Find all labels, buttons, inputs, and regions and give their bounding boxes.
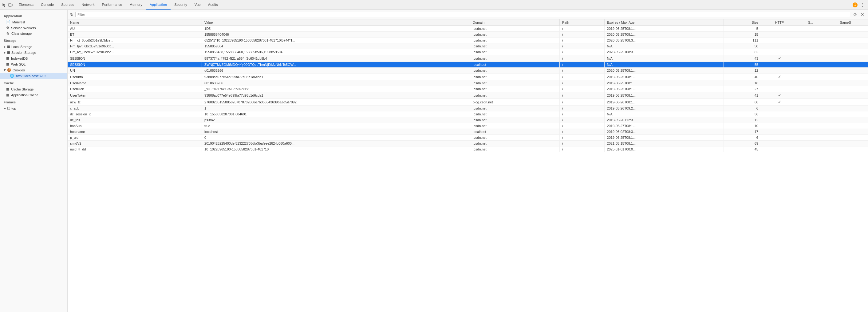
table-row[interactable]: dc_tosps3rov.csdn.net/2019-05-26T12:3...…: [68, 117, 868, 123]
table-row[interactable]: Hm_ct_6bcd52f51e9b3dce...6525*1*10_10228…: [68, 37, 868, 44]
col-header-size[interactable]: Size: [723, 19, 761, 26]
table-row[interactable]: SESSION5973774a-4792-4f21-a554-f2c6041db…: [68, 55, 868, 62]
tab-vue[interactable]: Vue: [191, 0, 205, 9]
service-workers-icon: ⚙: [6, 26, 9, 30]
filter-bar: ↻ ⊘ ✕: [68, 10, 868, 19]
sidebar-item-web-sql[interactable]: ▦ Web SQL: [0, 61, 67, 67]
warning-badge: 1: [852, 2, 858, 7]
section-title-storage: Storage: [0, 36, 67, 44]
table-row[interactable]: Hm_lvt_6bcd52f51e9b3dce...1558858438,155…: [68, 49, 868, 55]
table-row[interactable]: acw_tc276082851558858287070782606e7b0536…: [68, 99, 868, 106]
cache-storage-icon: ▦: [6, 87, 9, 91]
table-row[interactable]: SESSIONZWNjZTMyZGMtMDQ4Yy00OTQzLThmNjEtM…: [68, 62, 868, 68]
tab-performance[interactable]: Performance: [98, 0, 126, 9]
tab-memory[interactable]: Memory: [126, 0, 146, 9]
filter-input[interactable]: [78, 12, 848, 16]
web-sql-icon: ▦: [6, 62, 9, 66]
sidebar-label-service-workers: Service Workers: [11, 26, 36, 30]
cookies-table-wrap: Name Value Domain Path Expires / Max-Age…: [68, 19, 868, 312]
sidebar-label-application-cache: Application Cache: [11, 93, 38, 97]
cookies-table: Name Value Domain Path Expires / Max-Age…: [68, 19, 868, 152]
chevron-local-storage: ▶: [4, 45, 6, 48]
table-header-row: Name Value Domain Path Expires / Max-Age…: [68, 19, 868, 26]
sidebar-label-localhost: http://localhost:8202: [16, 74, 46, 78]
tab-sources[interactable]: Sources: [58, 0, 78, 9]
col-header-http[interactable]: HTTP: [761, 19, 798, 26]
table-row[interactable]: UserNameu010633266.csdn.net/2019-06-25T0…: [68, 80, 868, 86]
col-header-expires[interactable]: Expires / Max-Age: [604, 19, 723, 26]
col-header-name[interactable]: Name: [68, 19, 202, 26]
more-options-button[interactable]: ⋮: [859, 2, 866, 8]
section-title-application: Application: [0, 12, 67, 19]
table-body: AU1D5.csdn.net/2019-06-25T08:1...5BT1558…: [68, 26, 868, 152]
section-title-cache: Cache: [0, 79, 67, 86]
tab-application[interactable]: Application: [146, 0, 170, 9]
cursor-icon[interactable]: [2, 2, 7, 7]
svg-rect-1: [11, 4, 12, 6]
sidebar-label-session-storage: Session Storage: [11, 51, 36, 54]
tab-elements[interactable]: Elements: [15, 0, 37, 9]
device-icon[interactable]: [8, 2, 13, 7]
table-row[interactable]: AU1D5.csdn.net/2019-06-25T08:1...5: [68, 26, 868, 32]
toolbar-right: 1 ⋮: [850, 0, 868, 9]
sidebar-item-indexeddb[interactable]: ▦ IndexedDB: [0, 55, 67, 61]
sidebar-label-cookies: Cookies: [12, 68, 25, 72]
filter-input-wrap: [75, 12, 850, 17]
sidebar-item-service-workers[interactable]: ⚙ Service Workers: [0, 25, 67, 31]
sidebar-label-indexeddb: IndexedDB: [11, 57, 28, 60]
refresh-button[interactable]: ↻: [70, 12, 73, 17]
tab-security[interactable]: Security: [170, 0, 191, 9]
content-area: ↻ ⊘ ✕ Name Value Domain Path Expires / M…: [68, 10, 868, 312]
table-row[interactable]: UserNick_%E5%8F%8C%E7%9C%B8.csdn.net/201…: [68, 86, 868, 92]
local-storage-icon: ▦: [7, 45, 10, 49]
col-header-domain[interactable]: Domain: [470, 19, 560, 26]
sidebar-label-manifest: Manifest: [12, 20, 25, 24]
filter-actions: ⊘ ✕: [852, 11, 866, 18]
sidebar-item-application-cache[interactable]: ▦ Application Cache: [0, 92, 67, 98]
sidebar-item-local-storage[interactable]: ▶ ▦ Local Storage: [0, 44, 67, 50]
table-row[interactable]: UNu010633266.csdn.net/2020-05-25T08:1...…: [68, 68, 868, 74]
sidebar-label-web-sql: Web SQL: [11, 62, 26, 66]
manifest-icon: 📄: [6, 20, 10, 24]
cookies-icon: 🍪: [7, 68, 11, 72]
table-row[interactable]: c_adb1.csdn.net/2019-05-26T09:2...6: [68, 106, 868, 111]
tab-audits[interactable]: Audits: [205, 0, 222, 9]
table-row[interactable]: smidV220190425225400def513222708dfa3bafe…: [68, 141, 868, 146]
tab-console[interactable]: Console: [37, 0, 58, 9]
section-title-frames: Frames: [0, 98, 67, 105]
table-row[interactable]: UserInfo93808ac077e54e899fa77d93b1d6cda1…: [68, 74, 868, 80]
col-header-s[interactable]: S...: [798, 19, 823, 26]
table-row[interactable]: dc_session_id10_1558858287081.604691.csd…: [68, 111, 868, 117]
sidebar-label-frames-top: top: [11, 107, 16, 110]
sidebar-item-clear-storage[interactable]: 🗑 Clear storage: [0, 31, 67, 36]
sidebar-label-local-storage: Local Storage: [11, 45, 32, 49]
table-row[interactable]: uuid_tt_dd10_10228965190-1558858287081-4…: [68, 146, 868, 152]
sidebar-label-cache-storage: Cache Storage: [11, 87, 33, 91]
sidebar-item-cookies[interactable]: ▶ 🍪 Cookies: [0, 67, 67, 73]
chevron-frames-top: ▶: [4, 107, 6, 110]
sidebar-item-frames-top[interactable]: ▶ ▢ top: [0, 105, 67, 111]
chevron-cookies: ▶: [3, 69, 6, 71]
table-row[interactable]: UserToken93808ac077e54e899fa77d93b1d6cda…: [68, 92, 868, 99]
table-row[interactable]: hasSubtrue.csdn.net/2019-05-27T08:1...10: [68, 123, 868, 129]
table-row[interactable]: p_uid0.csdn.net/2019-06-25T08:1...6: [68, 135, 868, 141]
sidebar-item-cache-storage[interactable]: ▦ Cache Storage: [0, 86, 67, 92]
filter-clear-button[interactable]: ⊘: [852, 11, 858, 18]
table-row[interactable]: Hm_lpvt_6bcd52f51e9b3dc...1558859504.csd…: [68, 44, 868, 49]
sidebar: Application 📄 Manifest ⚙ Service Workers…: [0, 10, 68, 312]
table-row[interactable]: BT1558858404046.csdn.net/2020-05-25T08:1…: [68, 32, 868, 37]
col-header-path[interactable]: Path: [560, 19, 604, 26]
filter-close-button[interactable]: ✕: [859, 11, 866, 18]
col-header-value[interactable]: Value: [202, 19, 470, 26]
sidebar-item-manifest[interactable]: 📄 Manifest: [0, 19, 67, 25]
sidebar-item-localhost[interactable]: 🌐 http://localhost:8202: [0, 73, 67, 79]
col-header-samesite[interactable]: SameS: [823, 19, 868, 26]
tab-network[interactable]: Network: [78, 0, 98, 9]
globe-icon: 🌐: [10, 74, 14, 78]
sidebar-item-session-storage[interactable]: ▶ ▦ Session Storage: [0, 50, 67, 55]
table-row[interactable]: hostnamelocalhostlocalhost/2019-06-02T08…: [68, 129, 868, 135]
toolbar-icons: [0, 0, 15, 9]
devtools-body: Application 📄 Manifest ⚙ Service Workers…: [0, 10, 868, 312]
chevron-session-storage: ▶: [4, 51, 6, 54]
application-cache-icon: ▦: [6, 93, 9, 97]
